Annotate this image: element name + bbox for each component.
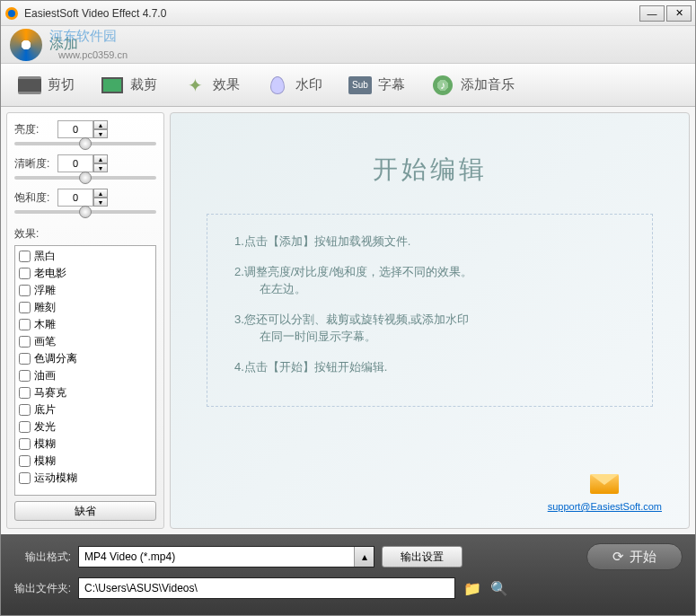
effect-checkbox[interactable]	[19, 302, 31, 313]
effect-name: 色调分离	[34, 351, 77, 366]
instruction-4: 4.点击【开始】按钮开始编辑.	[234, 358, 625, 376]
effect-name: 马赛克	[34, 385, 66, 400]
effect-item[interactable]: 底片	[17, 401, 154, 418]
watermark-button[interactable]: 水印	[256, 71, 331, 100]
preview-panel: 开始编辑 1.点击【添加】按钮加载视频文件. 2.调整亮度/对比度/饱和度，选择…	[170, 112, 690, 529]
mail-icon	[590, 474, 619, 494]
effect-checkbox[interactable]	[19, 387, 31, 399]
saturation-spinner[interactable]: ▲ ▼	[93, 189, 108, 207]
effect-item[interactable]: 画笔	[17, 333, 154, 350]
effect-button[interactable]: ✦ 效果	[173, 71, 249, 100]
brightness-slider[interactable]	[14, 142, 156, 145]
effect-name: 木雕	[34, 317, 56, 332]
brand-watermark: 河东软件园	[49, 28, 117, 45]
effects-list[interactable]: 黑白老电影浮雕雕刻木雕画笔色调分离油画马赛克底片发光模糊模糊运动模糊	[14, 245, 156, 496]
brightness-input[interactable]	[57, 120, 93, 138]
crop-button[interactable]: 裁剪	[91, 71, 166, 100]
effect-name: 模糊	[34, 436, 56, 452]
effect-item[interactable]: 模糊	[17, 453, 154, 470]
effect-item[interactable]: 运动模糊	[17, 470, 154, 487]
svg-point-1	[8, 10, 15, 17]
output-settings-button[interactable]: 输出设置	[382, 546, 463, 568]
effect-item[interactable]: 模糊	[17, 436, 154, 453]
effect-item[interactable]: 黑白	[17, 248, 154, 265]
effect-checkbox[interactable]	[19, 353, 31, 365]
effect-name: 雕刻	[34, 300, 56, 315]
effect-checkbox[interactable]	[19, 421, 31, 433]
search-icon[interactable]: 🔍	[489, 578, 509, 598]
cut-button[interactable]: 剪切	[8, 71, 84, 100]
refresh-icon: ⟳	[612, 549, 624, 565]
support-link[interactable]: support@EasiestSoft.com	[548, 501, 662, 512]
format-value: MP4 Video (*.mp4)	[84, 550, 175, 563]
film-icon	[17, 75, 42, 96]
effect-item[interactable]: 发光	[17, 418, 154, 436]
instruction-2-text: 2.调整亮度/对比度/饱和度，选择不同的效果。	[234, 265, 472, 278]
music-icon: ♪	[430, 75, 455, 96]
star-icon: ✦	[182, 75, 207, 96]
brightness-spinner[interactable]: ▲ ▼	[93, 120, 108, 138]
chevron-up-icon[interactable]: ▲	[93, 154, 108, 163]
effect-item[interactable]: 马赛克	[17, 384, 154, 401]
saturation-input[interactable]	[57, 189, 93, 207]
folder-value: C:\Users\ASUS\Videos\	[84, 582, 198, 594]
sharpness-slider[interactable]	[14, 176, 156, 180]
crop-icon	[100, 75, 125, 96]
music-button[interactable]: ♪ 添加音乐	[421, 71, 524, 100]
left-panel: 亮度: ▲ ▼ 清晰度: ▲ ▼ 饱和度:	[6, 112, 164, 529]
effect-name: 模糊	[34, 453, 56, 469]
effect-item[interactable]: 色调分离	[17, 350, 154, 367]
music-label: 添加音乐	[461, 76, 515, 93]
folder-label: 输出文件夹:	[13, 581, 71, 596]
instruction-2: 2.调整亮度/对比度/饱和度，选择不同的效果。 在左边。	[234, 263, 625, 298]
effects-label: 效果:	[14, 226, 156, 242]
crop-label: 裁剪	[130, 76, 157, 93]
effect-checkbox[interactable]	[19, 455, 31, 467]
chevron-up-icon[interactable]: ▲	[93, 120, 108, 129]
sharpness-input[interactable]	[57, 154, 93, 172]
cut-label: 剪切	[48, 76, 75, 93]
folder-browse-icon[interactable]: 📁	[463, 578, 482, 598]
effect-checkbox[interactable]	[19, 472, 31, 484]
bottom-bar: 输出格式: MP4 Video (*.mp4) ▴ 输出设置 ⟳ 开始 输出文件…	[1, 534, 695, 615]
format-select[interactable]: MP4 Video (*.mp4) ▴	[78, 546, 374, 568]
effect-checkbox[interactable]	[19, 336, 31, 348]
dropdown-arrow-icon[interactable]: ▴	[354, 547, 374, 567]
titlebar: EasiestSoft Video Effect 4.7.0 — ✕	[1, 1, 695, 26]
sharpness-spinner[interactable]: ▲ ▼	[93, 154, 108, 172]
instruction-3-text: 3.您还可以分割、裁剪或旋转视频,或添加水印	[234, 312, 469, 326]
effect-item[interactable]: 雕刻	[17, 299, 154, 316]
start-button[interactable]: ⟳ 开始	[586, 543, 683, 570]
effect-checkbox[interactable]	[19, 319, 31, 330]
effect-name: 老电影	[34, 266, 66, 281]
effect-checkbox[interactable]	[19, 268, 31, 279]
effect-checkbox[interactable]	[19, 438, 31, 450]
chevron-up-icon[interactable]: ▲	[93, 189, 108, 198]
subtitle-button[interactable]: Sub 字幕	[339, 71, 414, 100]
minimize-button[interactable]: —	[639, 5, 665, 22]
subtitle-label: 字幕	[378, 76, 405, 93]
effect-item[interactable]: 油画	[17, 367, 154, 384]
support-area: support@EasiestSoft.com	[548, 474, 662, 514]
effect-item[interactable]: 浮雕	[17, 282, 154, 299]
window-title: EasiestSoft Video Effect 4.7.0	[24, 7, 638, 20]
effect-checkbox[interactable]	[19, 370, 31, 382]
saturation-label: 饱和度:	[14, 190, 57, 206]
drop-icon	[265, 75, 290, 96]
close-button[interactable]: ✕	[666, 5, 692, 22]
instruction-2b: 在左边。	[234, 282, 306, 295]
url-watermark: www.pc0359.cn	[58, 49, 128, 60]
effect-checkbox[interactable]	[19, 251, 31, 262]
sharpness-label: 清晰度:	[14, 156, 57, 172]
folder-input[interactable]: C:\Users\ASUS\Videos\	[78, 577, 455, 599]
saturation-slider[interactable]	[14, 210, 156, 214]
effect-name: 发光	[34, 419, 56, 435]
effect-item[interactable]: 老电影	[17, 265, 154, 282]
app-icon	[4, 6, 19, 21]
effect-checkbox[interactable]	[19, 285, 31, 296]
default-button[interactable]: 缺省	[14, 501, 156, 521]
effect-name: 运动模糊	[34, 471, 77, 486]
effect-item[interactable]: 木雕	[17, 316, 154, 333]
effect-checkbox[interactable]	[19, 404, 31, 416]
effect-name: 浮雕	[34, 283, 56, 298]
